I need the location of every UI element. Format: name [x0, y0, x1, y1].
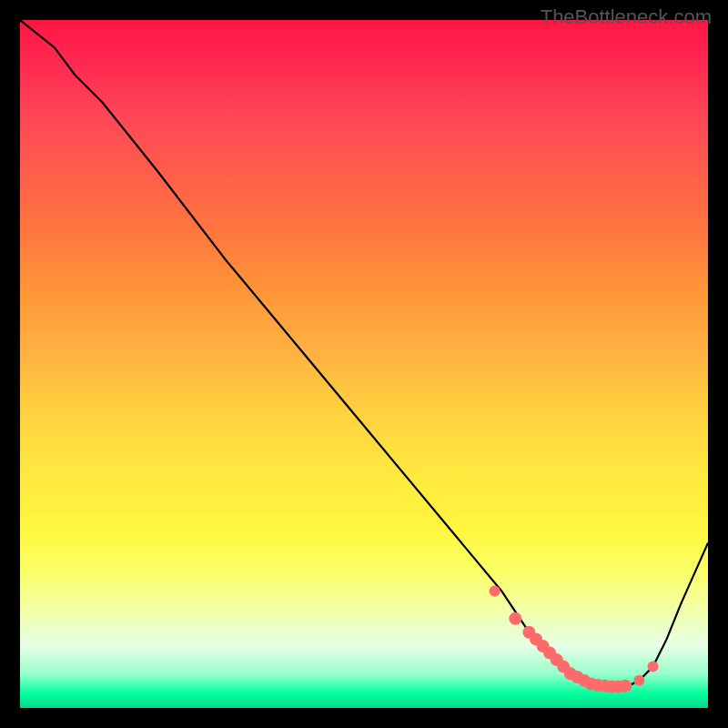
plot-area — [20, 20, 708, 708]
highlight-dots — [490, 586, 659, 693]
curve-line — [20, 20, 708, 687]
highlight-dot — [633, 675, 644, 686]
watermark-text: TheBottleneck.com — [541, 5, 712, 29]
highlight-dot — [509, 612, 521, 625]
highlight-dot — [648, 662, 659, 672]
highlight-dot — [619, 680, 632, 693]
chart-svg — [20, 20, 708, 708]
highlight-dot — [490, 586, 500, 597]
